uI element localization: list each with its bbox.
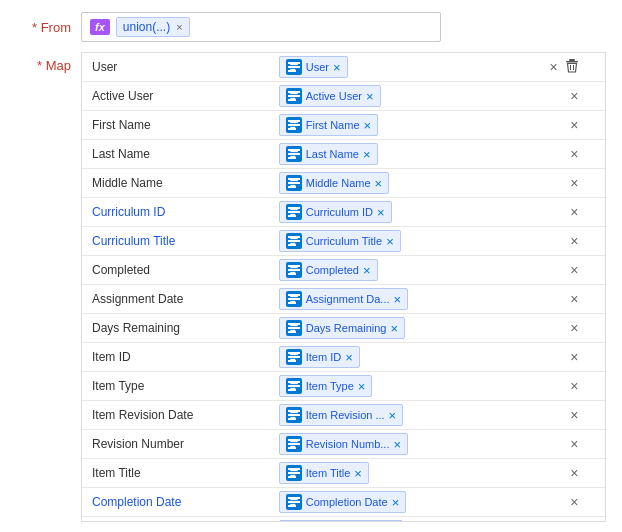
map-row-right[interactable]: × xyxy=(543,488,605,517)
remove-icon[interactable]: × xyxy=(570,465,578,481)
svg-rect-46 xyxy=(288,468,300,470)
svg-rect-45 xyxy=(288,447,296,449)
field-tag[interactable]: Active User× xyxy=(279,85,381,107)
field-tag[interactable]: First Name× xyxy=(279,114,378,136)
map-row-left: Item ID xyxy=(82,343,273,372)
remove-icon[interactable]: × xyxy=(570,291,578,307)
remove-icon[interactable]: × xyxy=(570,436,578,452)
field-tag-close[interactable]: × xyxy=(394,437,402,452)
map-row-mid[interactable]: Active User× xyxy=(273,82,544,111)
map-row-right[interactable]: × xyxy=(543,227,605,256)
remove-icon[interactable]: × xyxy=(570,262,578,278)
field-tag-text: Completion Date xyxy=(306,496,388,508)
field-tag[interactable]: Completed× xyxy=(279,259,378,281)
map-row-right[interactable]: × xyxy=(543,53,605,82)
map-row-right[interactable]: × xyxy=(543,343,605,372)
field-tag-close[interactable]: × xyxy=(363,263,371,278)
map-row-mid[interactable]: Item Title× xyxy=(273,459,544,488)
map-row-right[interactable]: × xyxy=(543,256,605,285)
from-input[interactable]: fx union(...) × xyxy=(81,12,441,42)
field-tag-close[interactable]: × xyxy=(358,379,366,394)
field-tag-close[interactable]: × xyxy=(389,408,397,423)
map-row-mid[interactable]: User× xyxy=(273,53,544,82)
map-row-mid[interactable]: Completed× xyxy=(273,256,544,285)
field-tag[interactable]: Days Remaining× xyxy=(279,317,405,339)
map-row-right[interactable]: × xyxy=(543,517,605,523)
remove-icon[interactable]: × xyxy=(570,175,578,191)
map-row-right[interactable]: × xyxy=(543,372,605,401)
map-row-mid[interactable]: Completion Date× xyxy=(273,488,544,517)
field-tag-close[interactable]: × xyxy=(354,466,362,481)
field-tag-close[interactable]: × xyxy=(392,495,400,510)
field-tag-close[interactable]: × xyxy=(390,321,398,336)
map-row-mid[interactable]: First Name× xyxy=(273,111,544,140)
remove-icon[interactable]: × xyxy=(570,320,578,336)
field-tag-close[interactable]: × xyxy=(377,205,385,220)
map-row-mid[interactable]: Completion St...× xyxy=(273,517,544,523)
field-tag[interactable]: Assignment Da...× xyxy=(279,288,408,310)
map-row-right[interactable]: × xyxy=(543,140,605,169)
field-tag-close[interactable]: × xyxy=(394,292,402,307)
table-row: Completed Completed×× xyxy=(82,256,605,285)
field-tag-close[interactable]: × xyxy=(364,118,372,133)
map-row-right[interactable]: × xyxy=(543,285,605,314)
field-tag[interactable]: Last Name× xyxy=(279,143,378,165)
map-row-left: Curriculum ID xyxy=(82,198,273,227)
from-tag-close[interactable]: × xyxy=(176,21,182,33)
trash-icon[interactable] xyxy=(564,58,580,77)
map-row-right[interactable]: × xyxy=(543,198,605,227)
field-tag[interactable]: Completion St...× xyxy=(279,520,403,522)
table-row: Item Revision Date Item Revision ...×× xyxy=(82,401,605,430)
field-tag-close[interactable]: × xyxy=(345,350,353,365)
field-tag[interactable]: Middle Name× xyxy=(279,172,389,194)
field-tag-close[interactable]: × xyxy=(366,89,374,104)
map-row-mid[interactable]: Curriculum Title× xyxy=(273,227,544,256)
map-row-mid[interactable]: Item Revision ...× xyxy=(273,401,544,430)
field-tag[interactable]: Item Title× xyxy=(279,462,369,484)
field-tag[interactable]: Revision Numb...× xyxy=(279,433,408,455)
from-section: From fx union(...) × xyxy=(16,12,606,42)
field-tag[interactable]: Completion Date× xyxy=(279,491,407,513)
map-table-container: User User×× Active User Active User××Fir… xyxy=(81,52,606,522)
map-row-right[interactable]: × xyxy=(543,314,605,343)
remove-icon[interactable]: × xyxy=(570,233,578,249)
map-row-mid[interactable]: Item Type× xyxy=(273,372,544,401)
map-row-mid[interactable]: Days Remaining× xyxy=(273,314,544,343)
field-tag[interactable]: Item ID× xyxy=(279,346,360,368)
remove-icon[interactable]: × xyxy=(549,59,557,75)
field-tag[interactable]: Curriculum ID× xyxy=(279,201,392,223)
field-tag-close[interactable]: × xyxy=(333,60,341,75)
remove-icon[interactable]: × xyxy=(570,204,578,220)
map-row-right[interactable]: × xyxy=(543,82,605,111)
svg-rect-19 xyxy=(288,207,300,209)
map-row-right[interactable]: × xyxy=(543,401,605,430)
field-tag[interactable]: Item Revision ...× xyxy=(279,404,403,426)
remove-icon[interactable]: × xyxy=(570,494,578,510)
remove-icon[interactable]: × xyxy=(570,349,578,365)
map-row-right[interactable]: × xyxy=(543,430,605,459)
map-row-right[interactable]: × xyxy=(543,169,605,198)
remove-icon[interactable]: × xyxy=(570,146,578,162)
map-row-mid[interactable]: Assignment Da...× xyxy=(273,285,544,314)
map-row-mid[interactable]: Revision Numb...× xyxy=(273,430,544,459)
field-tag-close[interactable]: × xyxy=(363,147,371,162)
field-tag[interactable]: Curriculum Title× xyxy=(279,230,401,252)
field-tag[interactable]: Item Type× xyxy=(279,375,373,397)
from-tag[interactable]: union(...) × xyxy=(116,17,190,37)
field-tag-close[interactable]: × xyxy=(375,176,383,191)
field-tag-close[interactable]: × xyxy=(386,234,394,249)
field-tag[interactable]: User× xyxy=(279,56,348,78)
remove-icon[interactable]: × xyxy=(570,378,578,394)
remove-icon[interactable]: × xyxy=(570,117,578,133)
fx-badge: fx xyxy=(90,19,110,35)
map-row-mid[interactable]: Last Name× xyxy=(273,140,544,169)
map-row-mid[interactable]: Item ID× xyxy=(273,343,544,372)
remove-icon[interactable]: × xyxy=(570,88,578,104)
remove-icon[interactable]: × xyxy=(570,407,578,423)
map-row-mid[interactable]: Curriculum ID× xyxy=(273,198,544,227)
map-row-right[interactable]: × xyxy=(543,459,605,488)
map-row-mid[interactable]: Middle Name× xyxy=(273,169,544,198)
map-row-right[interactable]: × xyxy=(543,111,605,140)
svg-rect-11 xyxy=(288,124,300,126)
svg-rect-39 xyxy=(288,389,296,391)
